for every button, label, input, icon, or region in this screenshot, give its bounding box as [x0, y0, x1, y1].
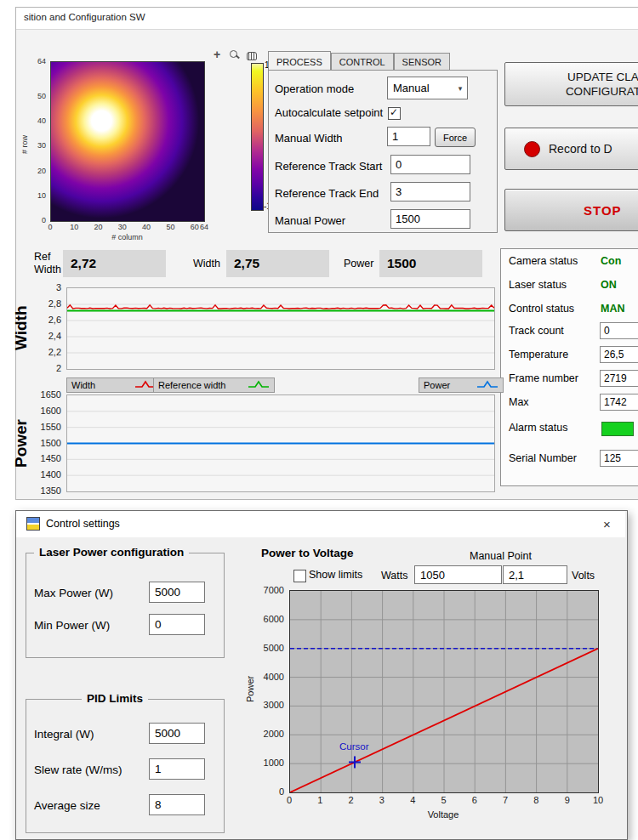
stop-button[interactable]: STOP [504, 189, 638, 231]
crosshair-icon[interactable] [211, 49, 224, 61]
tick-label: 5000 [264, 643, 284, 653]
tick-label: 20 [37, 167, 46, 175]
heatmap-row-axis-label: # row [20, 111, 29, 179]
pv-chart-y-axis-label: Power [245, 655, 255, 723]
reference-track-start-input[interactable] [390, 155, 470, 174]
update-configuration-button[interactable]: UPDATE CLA CONFIGURAT [504, 62, 638, 106]
dialog-app-icon [26, 517, 40, 531]
legend-reference-width-label: Reference width [158, 380, 226, 390]
ref-width-readout-label: Ref Width [34, 251, 61, 276]
manual-point-label: Manual Point [470, 550, 532, 562]
show-limits-label: Show limits [309, 569, 362, 581]
manual-point-watts-input[interactable] [414, 565, 502, 584]
tick-label: 3 [379, 795, 385, 805]
reference-track-end-input[interactable] [390, 182, 470, 201]
tick-label: 2,8 [48, 298, 61, 309]
manual-power-input[interactable] [390, 209, 470, 229]
tick-label: 2 [56, 363, 61, 373]
tab-sensor[interactable]: SENSOR [394, 53, 450, 70]
tick-label: 1600 [41, 406, 61, 416]
legend-power[interactable]: Power [419, 377, 504, 393]
manual-width-label: Manual Width [275, 132, 342, 145]
slew-rate-input[interactable] [149, 758, 205, 780]
status-value-box: 26,5 [600, 346, 638, 363]
pv-chart-x-ticks: 012345678910 [289, 795, 598, 805]
tick-label: 2,2 [48, 347, 61, 357]
tick-label: 30 [37, 141, 46, 150]
status-label: Temperature [509, 349, 568, 360]
tick-label: 7000 [264, 585, 284, 595]
status-label: Max [509, 396, 529, 408]
legend-power-label: Power [424, 380, 450, 390]
intensity-graph [50, 61, 205, 222]
tick-label: 40 [37, 116, 46, 125]
power-chart-y-ticks: 1650160015501500145014001350 [36, 394, 63, 491]
tick-label: 6 [472, 795, 477, 805]
tick-label: 6000 [264, 614, 284, 624]
status-label: Frame number [509, 372, 578, 384]
ref-width-readout: 2,72 [63, 250, 166, 277]
autocalculate-setpoint-label: Autocalculate setpoint [275, 106, 383, 119]
update-button-line2: CONFIGURAT [566, 84, 638, 99]
legend-reference-width[interactable]: Reference width [153, 377, 275, 393]
integral-input[interactable] [149, 723, 205, 744]
record-button[interactable]: Record to D [504, 128, 638, 170]
manual-width-input[interactable] [387, 127, 430, 146]
status-label: Serial Number [509, 452, 577, 464]
tick-label: 3000 [264, 700, 284, 710]
tick-label: 1350 [41, 485, 61, 496]
average-size-label: Average size [34, 799, 100, 812]
tick-label: 20 [94, 223, 103, 231]
operation-mode-select[interactable]: Manual ▾ [387, 77, 468, 99]
power-to-voltage-graph[interactable]: Cursor [289, 590, 599, 793]
average-size-input[interactable] [149, 794, 205, 815]
tab-control[interactable]: CONTROL [331, 53, 394, 70]
tick-label: 2,6 [48, 315, 61, 325]
record-button-label: Record to D [549, 142, 612, 156]
max-power-label: Max Power (W) [34, 587, 113, 599]
svg-text:Cursor: Cursor [339, 741, 369, 752]
tick-label: 1500 [41, 438, 61, 448]
tick-label: 0 [279, 786, 284, 797]
autocalculate-setpoint-checkbox[interactable] [388, 107, 401, 120]
tick-label: 8 [533, 795, 538, 805]
laser-power-group-title: Laser Power configuration [34, 546, 189, 559]
status-value-box: 1742 [600, 394, 638, 411]
tick-label: 1550 [41, 422, 61, 432]
width-readout-label: Width [193, 258, 220, 270]
tick-label: 40 [142, 223, 151, 231]
min-power-input[interactable] [149, 614, 205, 635]
operation-mode-value: Manual [388, 82, 453, 94]
manual-power-label: Manual Power [275, 214, 345, 227]
manual-point-volts-input[interactable] [503, 565, 567, 584]
status-label: Camera status [509, 255, 578, 267]
operation-mode-label: Operation mode [275, 82, 354, 95]
dialog-title: Control settings [46, 518, 120, 530]
status-label: Laser status [509, 279, 567, 291]
max-power-input[interactable] [149, 582, 205, 603]
tick-label: 2 [349, 795, 354, 805]
status-value-box: 2719 [600, 370, 638, 387]
tick-label: 7 [503, 795, 508, 805]
record-led-icon [524, 141, 540, 157]
pan-hand-icon[interactable] [245, 49, 258, 61]
tick-label: 1 [317, 795, 322, 805]
reference-track-start-label: Reference Track Start [275, 160, 382, 173]
heatmap-y-axis-ticks: 6450403020100 [29, 61, 48, 220]
stop-button-label: STOP [584, 203, 622, 218]
show-limits-checkbox[interactable] [293, 570, 306, 582]
tick-label: 4 [410, 795, 415, 805]
alarm-led [601, 422, 634, 436]
tick-label: 9 [565, 795, 570, 805]
min-power-label: Min Power (W) [34, 619, 110, 632]
close-icon[interactable]: × [595, 514, 618, 534]
tick-label: 4000 [264, 672, 284, 682]
tick-label: 64 [200, 223, 208, 231]
tab-process[interactable]: PROCESS [268, 51, 331, 70]
tick-label: 0 [287, 795, 292, 805]
legend-width[interactable]: Width [66, 377, 162, 393]
magnifier-icon[interactable] [228, 49, 241, 61]
heatmap-colorbar [251, 63, 264, 211]
force-button[interactable]: Force [435, 128, 476, 147]
power-chart-title: Power [12, 396, 31, 490]
